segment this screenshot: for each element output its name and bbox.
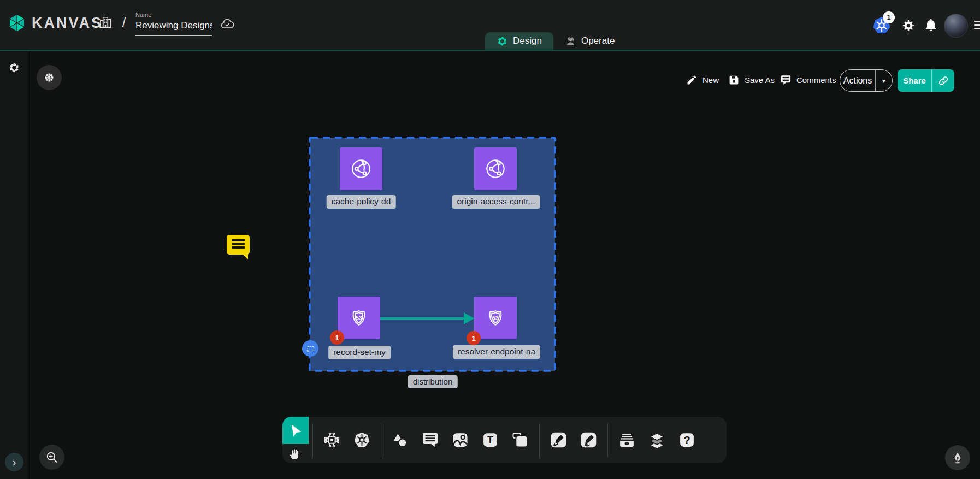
node-resolver-endpoint[interactable]: 53 <box>474 297 517 339</box>
design-name-field: Name <box>135 11 212 36</box>
node-record-set[interactable]: 53 <box>338 297 380 339</box>
name-field-label: Name <box>135 11 212 18</box>
tool-media[interactable] <box>445 421 475 460</box>
globe-network-icon <box>481 155 510 183</box>
error-count-badge-record-set[interactable]: 1 <box>330 330 344 345</box>
design-swirl-icon <box>497 36 508 47</box>
overflow-menu-icon[interactable] <box>974 21 980 29</box>
group-selection-handle[interactable] <box>302 340 318 357</box>
node-label-origin-access-control[interactable]: origin-access-contr... <box>452 195 540 209</box>
tool-help[interactable]: ? <box>672 421 702 460</box>
route53-icon-text: 53 <box>492 315 499 321</box>
node-label-record-set[interactable]: record-set-my <box>328 346 391 359</box>
kanvas-app: KANVAS / Name <box>0 0 980 479</box>
user-avatar[interactable] <box>944 14 968 38</box>
save-as-button[interactable]: Save As <box>728 74 775 86</box>
tool-kubernetes[interactable] <box>347 421 377 460</box>
logo-wordmark: KANVAS <box>32 15 103 32</box>
comments-label: Comments <box>796 75 836 85</box>
tool-pan[interactable] <box>282 444 309 463</box>
comment-bubble-icon <box>421 431 439 449</box>
left-sidebar: › <box>0 52 28 479</box>
group-label-distribution[interactable]: distribution <box>408 375 458 388</box>
flower-icon <box>43 71 56 84</box>
dock-divider <box>539 423 540 457</box>
tool-comment[interactable] <box>415 421 445 460</box>
kanvas-logo[interactable]: KANVAS <box>8 13 103 33</box>
actions-dropdown[interactable]: Actions ▾ <box>840 69 893 92</box>
annotation-pen-button[interactable] <box>945 445 970 470</box>
share-button[interactable]: Share <box>898 69 954 92</box>
save-as-label: Save As <box>745 75 775 85</box>
route53-shield-icon: 53 <box>345 304 373 332</box>
node-origin-access-control[interactable] <box>474 147 517 190</box>
new-label: New <box>702 75 719 85</box>
tool-note[interactable] <box>505 421 535 460</box>
dock-divider <box>381 423 381 457</box>
kubernetes-context-count-badge[interactable]: 1 <box>883 11 895 23</box>
pen-nib-icon <box>951 451 965 465</box>
text-icon: T <box>481 431 499 449</box>
tool-layers[interactable] <box>642 421 672 460</box>
tool-components[interactable] <box>317 421 347 460</box>
new-button[interactable]: New <box>686 74 719 86</box>
help-glyph: ? <box>683 434 690 446</box>
zoom-in-button[interactable] <box>39 445 64 470</box>
meshery-swirl-icon[interactable] <box>8 62 20 74</box>
tab-operate[interactable]: Operate <box>553 32 626 50</box>
pencil-scribble-icon <box>580 431 598 449</box>
layers-icon <box>648 431 666 449</box>
tool-text[interactable]: T <box>475 421 505 460</box>
tab-design[interactable]: Design <box>485 32 553 50</box>
globe-network-icon <box>347 155 375 183</box>
settings-gear-icon[interactable] <box>901 19 916 33</box>
node-label-resolver-endpoint[interactable]: resolver-endpoint-na <box>453 345 540 359</box>
dock-select-pan-column <box>282 417 309 463</box>
comment-line <box>232 239 245 241</box>
tool-select[interactable] <box>282 417 309 444</box>
tool-pen[interactable] <box>544 421 574 460</box>
copy-link-button[interactable] <box>932 75 954 86</box>
tool-shapes[interactable] <box>385 421 415 460</box>
operator-headset-icon <box>565 36 576 47</box>
image-icon <box>451 431 469 449</box>
pencil-icon <box>686 74 698 86</box>
cursor-icon <box>289 424 303 437</box>
drawer-icon <box>618 431 636 449</box>
breadcrumb-separator: / <box>122 15 126 30</box>
cloud-saved-icon[interactable] <box>220 16 235 32</box>
comments-button[interactable]: Comments <box>780 74 836 86</box>
error-count-badge-resolver-endpoint[interactable]: 1 <box>467 331 481 345</box>
share-label: Share <box>898 76 931 85</box>
chevron-right-icon: › <box>13 456 16 469</box>
link-icon <box>938 75 949 86</box>
route53-shield-icon: 53 <box>481 304 510 332</box>
organization-building-icon[interactable] <box>98 15 113 29</box>
comment-line <box>232 246 245 249</box>
comment-marker[interactable] <box>227 235 250 255</box>
sidebar-expand-button[interactable]: › <box>5 453 23 471</box>
node-cache-policy[interactable] <box>340 147 382 190</box>
tab-design-label: Design <box>513 36 542 46</box>
magnifier-plus-icon <box>45 450 59 464</box>
tool-drawer[interactable] <box>612 421 642 460</box>
caret-down-icon[interactable]: ▾ <box>876 77 892 85</box>
notifications-bell-icon[interactable] <box>924 18 938 32</box>
design-name-input[interactable] <box>135 19 212 36</box>
comment-bubble-icon <box>780 74 792 86</box>
tool-pencil[interactable] <box>574 421 604 460</box>
hand-icon <box>289 447 302 460</box>
top-bar: KANVAS / Name <box>0 0 980 51</box>
node-label-cache-policy[interactable]: cache-policy-dd <box>327 195 396 209</box>
pen-icon <box>550 431 568 449</box>
text-tool-glyph: T <box>487 434 494 446</box>
help-icon: ? <box>678 431 696 449</box>
marquee-selection-icon <box>304 342 316 354</box>
edge-record-set-to-resolver[interactable] <box>379 309 477 328</box>
canvas-options-button[interactable] <box>37 65 62 90</box>
floppy-disk-icon <box>728 74 740 86</box>
mode-tabs: Design Operate <box>485 32 626 50</box>
route53-icon-text: 53 <box>356 315 362 321</box>
dock-divider <box>312 423 313 457</box>
kanvas-hexagon-icon <box>8 13 26 33</box>
